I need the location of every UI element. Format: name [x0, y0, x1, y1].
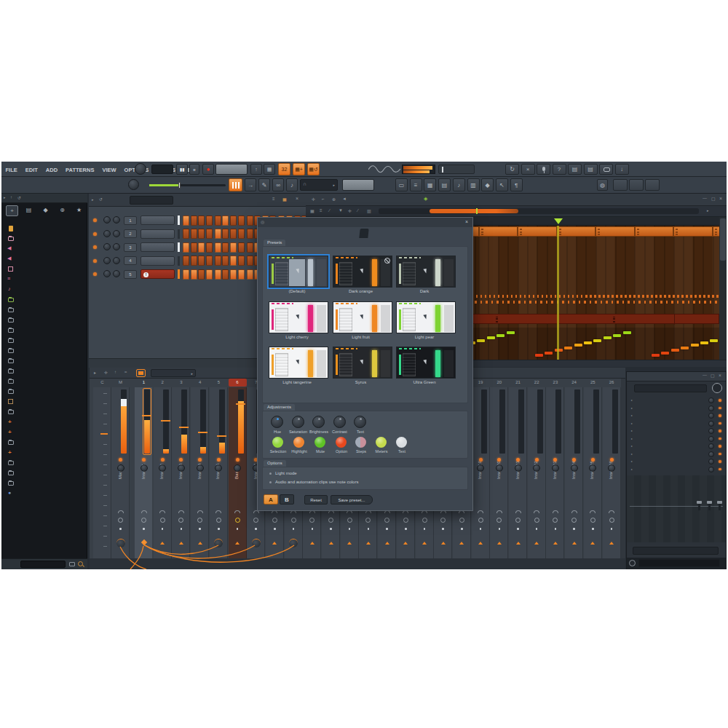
channel-mute-led[interactable] [93, 218, 97, 222]
step-cell[interactable] [215, 215, 221, 226]
adjustment-knob-hue[interactable] [271, 416, 283, 428]
step-cell[interactable] [230, 215, 237, 226]
step-cell[interactable] [215, 242, 221, 253]
channel-name-button[interactable] [141, 215, 175, 225]
select-tool-icon[interactable]: ∕ [357, 208, 358, 213]
route-switch-icon[interactable] [478, 542, 483, 545]
step-cell[interactable] [230, 256, 237, 266]
step-cell[interactable] [183, 269, 189, 280]
settings-tab-theme[interactable] [359, 229, 368, 238]
route-switch-icon[interactable] [497, 542, 502, 545]
step-cell[interactable] [222, 269, 229, 280]
piano-note[interactable] [584, 341, 592, 344]
route-switch-icon[interactable] [385, 542, 389, 545]
browser-item-speech[interactable] [1, 469, 87, 478]
piano-note[interactable] [535, 354, 543, 357]
browser-item-sliced-audio[interactable]: + [1, 448, 87, 458]
mixer-strip-22[interactable]: Insert 22 [528, 387, 546, 558]
track-pan-knob[interactable] [552, 464, 559, 472]
channel-volume-knob[interactable] [113, 257, 120, 264]
record-arm-circle[interactable] [496, 518, 502, 523]
route-switch-icon[interactable] [609, 542, 614, 545]
route-switch-icon[interactable] [403, 542, 408, 545]
mixer-header-20[interactable]: 20 [490, 379, 508, 387]
mixer-strip-26[interactable]: Insert 26 [603, 387, 621, 558]
mixer-strip-24[interactable]: Insert 24 [565, 387, 583, 558]
step-cell[interactable] [222, 229, 229, 239]
piano-note[interactable] [477, 339, 485, 342]
key-button-ctrl[interactable] [613, 179, 628, 191]
step-cell[interactable] [230, 229, 237, 239]
color-swatch-option[interactable] [336, 437, 347, 448]
preset-thumb-syrus[interactable] [333, 347, 392, 379]
playlist-v-scrollbar[interactable] [719, 217, 727, 360]
route-switch-icon[interactable] [310, 542, 314, 545]
mixer-strip-6[interactable]: Bass [229, 387, 247, 558]
theme-b-button[interactable]: B [280, 494, 294, 505]
record-arm-circle[interactable] [459, 518, 464, 523]
insert-plugin-dropdown[interactable] [634, 384, 707, 392]
step-cell[interactable] [247, 256, 253, 266]
slot-enable-led[interactable] [719, 445, 721, 448]
step-cell[interactable] [183, 215, 189, 226]
channel-mute-led[interactable] [93, 272, 97, 276]
snap-selector[interactable]: ∩▸ [300, 179, 338, 191]
effect-slot-row[interactable]: ▸ [627, 412, 727, 419]
record-arm-circle[interactable] [403, 518, 408, 523]
step-cell[interactable] [222, 256, 229, 266]
menu-item-patterns[interactable]: PATTERNS [62, 162, 98, 178]
playlist-maximize-icon[interactable]: ▢ [711, 196, 716, 201]
option-checkbox[interactable] [269, 472, 272, 475]
effect-slot-row[interactable]: ▸ [627, 458, 727, 465]
step-cell[interactable] [238, 269, 245, 280]
record-arm-circle[interactable] [309, 518, 314, 523]
slot-mix-knob[interactable] [708, 443, 714, 449]
pause-button[interactable]: ▮▮ [176, 164, 188, 175]
piano-note[interactable] [691, 344, 699, 347]
step-cell[interactable] [206, 229, 213, 239]
track-pan-knob[interactable] [159, 464, 166, 472]
mixer-header-23[interactable]: 23 [546, 379, 564, 387]
track-mute-led[interactable] [119, 458, 122, 462]
route-switch-icon[interactable] [441, 542, 446, 545]
eq-fader-handle[interactable] [717, 501, 722, 504]
settings-tab-audio[interactable] [282, 229, 291, 238]
step-cell[interactable] [222, 215, 229, 226]
settings-tab-debug[interactable] [454, 229, 463, 238]
track-mute-led[interactable] [142, 458, 146, 462]
step-cell[interactable] [191, 269, 197, 280]
mixer-strip-C[interactable] [93, 387, 111, 558]
record-arm-circle[interactable] [197, 518, 202, 523]
browser-tab-online[interactable]: ⊕ [56, 205, 68, 216]
mixer-header-19[interactable]: 19 [472, 379, 490, 387]
preset-thumb-light-pear[interactable] [396, 301, 456, 333]
route-switch-icon[interactable] [272, 542, 277, 545]
adjustment-knob-saturation[interactable] [292, 416, 304, 428]
paint-tool-icon[interactable]: ▦ [310, 208, 314, 213]
piano-note[interactable] [652, 354, 660, 357]
route-switch-icon[interactable] [459, 542, 464, 545]
record-arm-circle[interactable] [553, 518, 558, 523]
eq-band-fader[interactable] [698, 500, 700, 510]
track-mute-led[interactable] [217, 458, 221, 462]
record-arm-circle[interactable] [235, 518, 240, 523]
zoom-tool-icon[interactable]: ▥ [367, 208, 371, 213]
browser-item-project-bones[interactable] [1, 408, 87, 417]
playlist-toggle[interactable]: ▤ [438, 178, 451, 191]
browser-tab-plugins[interactable]: ◆ [39, 205, 52, 216]
step-cell[interactable] [206, 215, 213, 226]
globe-button[interactable]: ◍ [597, 179, 608, 191]
channel-number-chip[interactable]: 4 [124, 256, 137, 265]
route-switch-icon[interactable] [329, 542, 333, 545]
adjustment-knob-brightness[interactable] [312, 416, 325, 428]
draw-arrow-button[interactable]: → [245, 178, 256, 191]
eq-band-fader[interactable] [719, 500, 721, 510]
value-stepper[interactable] [342, 179, 374, 191]
browser-toggle[interactable]: ▥ [467, 178, 480, 191]
overdub-button[interactable]: ↑ [250, 164, 262, 175]
mic-button[interactable] [537, 164, 550, 175]
route-switch-icon[interactable] [235, 542, 240, 545]
playlist-h-scrollbar[interactable] [379, 208, 699, 214]
browser-tab-favorites[interactable]: ★ [73, 205, 85, 216]
record-arm-circle[interactable] [571, 518, 577, 523]
